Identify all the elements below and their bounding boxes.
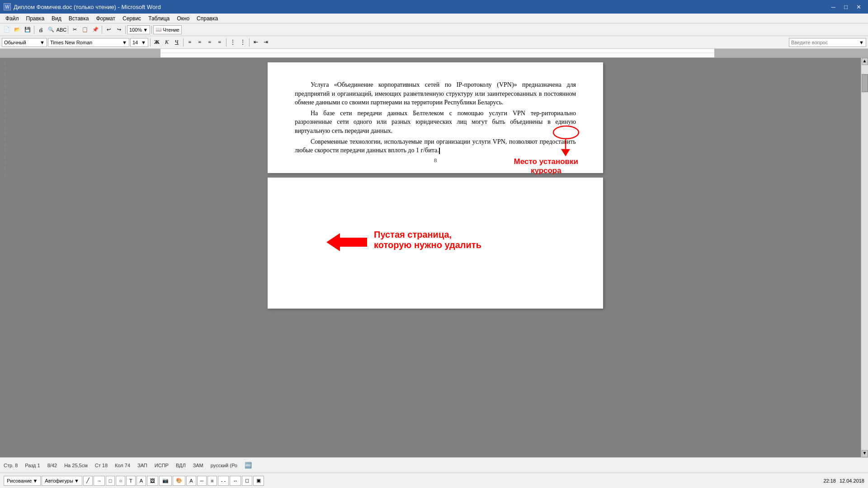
paragraph-2: На базе сети передачи данных Белтелеком … bbox=[295, 109, 576, 136]
autoshapes-dropdown[interactable]: Автофигуры ▼ bbox=[42, 476, 82, 486]
menu-view[interactable]: Вид bbox=[48, 14, 65, 23]
view-dropdown[interactable]: 📖 Чтение bbox=[153, 25, 182, 34]
italic-button[interactable]: К bbox=[162, 38, 171, 47]
minimize-button[interactable]: ─ bbox=[827, 2, 839, 11]
print-btn[interactable]: 🖨 bbox=[36, 25, 46, 35]
time-display: 22:18 bbox=[823, 478, 836, 483]
v-mark-17: | bbox=[5, 155, 5, 159]
title-bar: W Диплом Фомичев.doc (только чтение) - M… bbox=[0, 0, 868, 14]
align-right-button[interactable]: ≡ bbox=[205, 38, 214, 47]
menu-service[interactable]: Сервис bbox=[119, 14, 145, 23]
status-extend: ВДЛ bbox=[176, 463, 186, 468]
v-mark-12: | bbox=[5, 125, 5, 129]
view-label: 📖 bbox=[156, 27, 162, 33]
rect-tool[interactable]: □ bbox=[106, 476, 115, 486]
wordart-tool[interactable]: A bbox=[137, 476, 146, 486]
scroll-down-button[interactable]: ▼ bbox=[862, 450, 868, 457]
indent-increase-button[interactable]: ⇥ bbox=[261, 38, 270, 47]
v-mark-10: | bbox=[5, 113, 5, 117]
system-tray: 22:18 12.04.2018 bbox=[823, 478, 864, 483]
shadow-btn[interactable]: ◻ bbox=[242, 476, 252, 486]
font-dropdown[interactable]: Times New Roman ▼ bbox=[48, 38, 129, 47]
save-btn[interactable]: 💾 bbox=[23, 25, 33, 35]
vertical-scrollbar[interactable]: ▲ ▼ bbox=[861, 58, 868, 457]
autoshapes-arrow: ▼ bbox=[74, 478, 79, 483]
redo-btn[interactable]: ↪ bbox=[114, 25, 124, 35]
font-color-btn[interactable]: A bbox=[186, 476, 196, 486]
cursor-arrow-annotation bbox=[559, 139, 572, 159]
align-justify-button[interactable]: ≡ bbox=[215, 38, 224, 47]
underline-button[interactable]: Ч bbox=[172, 38, 181, 47]
menu-edit[interactable]: Правка bbox=[23, 14, 48, 23]
line-style-btn[interactable]: ≡ bbox=[208, 476, 217, 486]
status-overtype: ЗАМ bbox=[193, 463, 203, 468]
page-2: Пустая страница, которую нужно удалить bbox=[268, 178, 603, 309]
page2-label-annotation: Пустая страница, которую нужно удалить bbox=[374, 230, 481, 250]
arrow-style-btn[interactable]: ↔ bbox=[230, 476, 241, 486]
cut-btn[interactable]: ✂ bbox=[70, 25, 80, 35]
scroll-thumb[interactable] bbox=[862, 74, 868, 92]
line-color-btn[interactable]: ─ bbox=[197, 476, 207, 486]
page-1-content: Услуга «Объединение корпоративных сетей … bbox=[295, 80, 576, 155]
status-section: Разд 1 bbox=[25, 463, 40, 468]
title-bar-left: W Диплом Фомичев.doc (только чтение) - M… bbox=[4, 3, 161, 10]
maximize-button[interactable]: □ bbox=[840, 2, 852, 11]
align-center-button[interactable]: ≡ bbox=[195, 38, 204, 47]
window-controls[interactable]: ─ □ ✕ bbox=[827, 2, 864, 11]
status-record: ЗАП bbox=[137, 463, 147, 468]
dash-style-btn[interactable]: - - bbox=[218, 476, 229, 486]
paragraph-3: Современные технологии, используемые при… bbox=[295, 137, 576, 155]
ruler-left-margin bbox=[0, 49, 160, 57]
picture-tool[interactable]: 📷 bbox=[159, 476, 172, 486]
menu-window[interactable]: Окно bbox=[173, 14, 193, 23]
bullets-button[interactable]: ⋮ bbox=[238, 38, 247, 47]
bold-button[interactable]: Ж bbox=[152, 38, 161, 47]
indent-decrease-button[interactable]: ⇤ bbox=[251, 38, 260, 47]
ruler-content[interactable]: // rendered via CSS bbox=[160, 49, 714, 57]
close-button[interactable]: ✕ bbox=[853, 2, 864, 11]
undo-btn[interactable]: ↩ bbox=[104, 25, 113, 35]
search-input[interactable] bbox=[791, 40, 859, 45]
oval-tool[interactable]: ○ bbox=[116, 476, 125, 486]
size-dropdown[interactable]: 14 ▼ bbox=[130, 38, 148, 47]
document-area[interactable]: Услуга «Объединение корпоративных сетей … bbox=[10, 58, 861, 457]
new-btn[interactable]: 📄 bbox=[2, 25, 12, 35]
copy-btn[interactable]: 📋 bbox=[80, 25, 90, 35]
arrow-tool[interactable]: → bbox=[94, 476, 105, 486]
style-arrow: ▼ bbox=[40, 40, 45, 45]
v-mark-3: | bbox=[5, 72, 5, 76]
status-pages: 8/42 bbox=[47, 463, 57, 468]
style-dropdown[interactable]: Обычный ▼ bbox=[2, 38, 47, 47]
cursor-label-annotation: Место установки курсора bbox=[514, 157, 578, 175]
drawing-dropdown[interactable]: Рисование ▼ bbox=[4, 476, 41, 486]
v-mark-16: | bbox=[5, 149, 5, 153]
menu-insert[interactable]: Вставка bbox=[65, 14, 93, 23]
textbox-tool[interactable]: T bbox=[126, 476, 136, 486]
cursor-label-line2: курсора bbox=[531, 166, 561, 175]
status-bar: Стр. 8 Разд 1 8/42 На 25,5см Ст 18 Кол 7… bbox=[0, 457, 868, 473]
spell-check-icon: 🔤 bbox=[245, 462, 252, 469]
search-box[interactable]: ▼ bbox=[789, 38, 866, 47]
menu-table[interactable]: Таблица bbox=[145, 14, 173, 23]
menu-file[interactable]: Файл bbox=[2, 14, 23, 23]
clipart-tool[interactable]: 🖼 bbox=[147, 476, 158, 486]
spell-btn[interactable]: ABC bbox=[57, 25, 66, 35]
cursor-label-line1: Место установки bbox=[514, 157, 578, 166]
menu-help[interactable]: Справка bbox=[193, 14, 222, 23]
line-tool[interactable]: ╱ bbox=[83, 476, 93, 486]
word-icon: W bbox=[4, 3, 11, 10]
open-btn[interactable]: 📂 bbox=[12, 25, 22, 35]
font-value: Times New Roman bbox=[50, 40, 92, 45]
v-mark-7: | bbox=[5, 96, 5, 100]
numbering-button[interactable]: ⋮ bbox=[228, 38, 237, 47]
zoom-dropdown[interactable]: 100% ▼ bbox=[127, 25, 150, 34]
3d-btn[interactable]: ▣ bbox=[253, 476, 264, 486]
main-area: | | | | | | | | | | | | | | | | | | | | … bbox=[0, 58, 868, 457]
fill-color-btn[interactable]: 🎨 bbox=[173, 476, 185, 486]
align-left-button[interactable]: ≡ bbox=[185, 38, 194, 47]
menu-format[interactable]: Формат bbox=[92, 14, 119, 23]
menu-bar: Файл Правка Вид Вставка Формат Сервис Та… bbox=[0, 14, 868, 23]
paste-btn[interactable]: 📌 bbox=[90, 25, 100, 35]
preview-btn[interactable]: 🔍 bbox=[46, 25, 56, 35]
scroll-up-button[interactable]: ▲ bbox=[862, 58, 868, 65]
